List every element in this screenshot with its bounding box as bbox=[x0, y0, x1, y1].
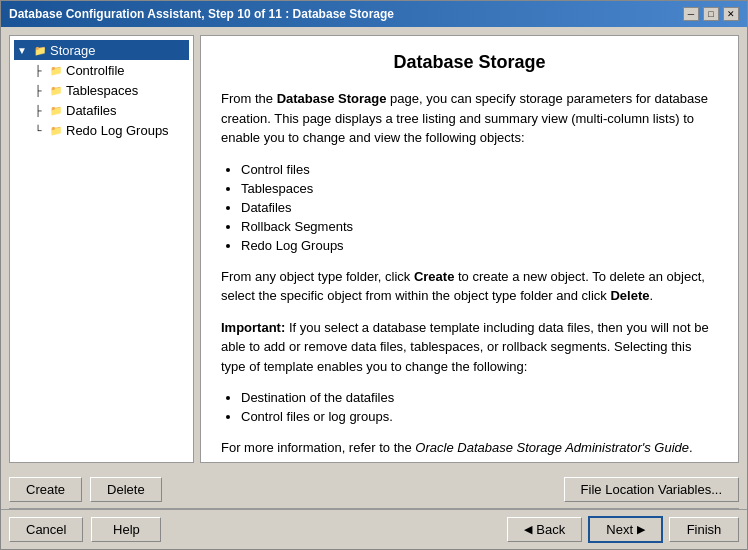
bullet-item: Tablespaces bbox=[241, 179, 718, 198]
action-bar: Create Delete File Location Variables... bbox=[1, 471, 747, 508]
bullet-item: Control files bbox=[241, 160, 718, 179]
bullet-list-1: Control files Tablespaces Datafiles Roll… bbox=[241, 160, 718, 255]
main-window: Database Configuration Assistant, Step 1… bbox=[0, 0, 748, 550]
back-arrow-icon: ◀ bbox=[524, 523, 532, 536]
tree-item-redo-log-groups[interactable]: └ 📁 Redo Log Groups bbox=[14, 120, 189, 140]
content-area: ▼ 📁 Storage ├ 📁 Controlfile ├ 📁 Tablespa… bbox=[1, 27, 747, 471]
file-location-variables-button[interactable]: File Location Variables... bbox=[564, 477, 739, 502]
minimize-button[interactable]: ─ bbox=[683, 7, 699, 21]
tree-line-icon: ├ bbox=[30, 62, 46, 78]
bullet-item-dest: Destination of the datafiles bbox=[241, 388, 718, 407]
folder-icon-tablespaces: 📁 bbox=[48, 82, 64, 98]
nav-bar: Cancel Help ◀ Back Next ▶ Finish bbox=[1, 509, 747, 549]
help-button[interactable]: Help bbox=[91, 517, 161, 542]
bullet-item: Redo Log Groups bbox=[241, 236, 718, 255]
tree-label-storage: Storage bbox=[50, 43, 96, 58]
right-panel: Database Storage From the Database Stora… bbox=[200, 35, 739, 463]
bullet-list-2: Destination of the datafiles Control fil… bbox=[241, 388, 718, 426]
folder-open-icon: 📁 bbox=[32, 42, 48, 58]
file-location-area: File Location Variables... bbox=[564, 477, 739, 502]
collapse-icon: ▼ bbox=[14, 42, 30, 58]
paragraph-1: From the Database Storage page, you can … bbox=[221, 89, 718, 148]
tree-line-icon3: ├ bbox=[30, 102, 46, 118]
paragraph-2: From any object type folder, click Creat… bbox=[221, 267, 718, 306]
next-arrow-icon: ▶ bbox=[637, 523, 645, 536]
window-title: Database Configuration Assistant, Step 1… bbox=[9, 7, 394, 21]
create-button[interactable]: Create bbox=[9, 477, 82, 502]
folder-icon-controlfile: 📁 bbox=[48, 62, 64, 78]
next-label: Next bbox=[606, 522, 633, 537]
back-label: Back bbox=[536, 522, 565, 537]
bullet-item: Datafiles bbox=[241, 198, 718, 217]
folder-icon-datafiles: 📁 bbox=[48, 102, 64, 118]
folder-icon-redo: 📁 bbox=[48, 122, 64, 138]
title-bar-buttons: ─ □ ✕ bbox=[683, 7, 739, 21]
next-button[interactable]: Next ▶ bbox=[588, 516, 663, 543]
tree-panel: ▼ 📁 Storage ├ 📁 Controlfile ├ 📁 Tablespa… bbox=[9, 35, 194, 463]
close-button[interactable]: ✕ bbox=[723, 7, 739, 21]
finish-button[interactable]: Finish bbox=[669, 517, 739, 542]
delete-button[interactable]: Delete bbox=[90, 477, 162, 502]
bullet-item-ctrl: Control files or log groups. bbox=[241, 407, 718, 426]
page-title: Database Storage bbox=[221, 52, 718, 73]
back-button[interactable]: ◀ Back bbox=[507, 517, 582, 542]
create-delete-buttons: Create Delete bbox=[9, 477, 162, 502]
title-bar: Database Configuration Assistant, Step 1… bbox=[1, 1, 747, 27]
nav-buttons: ◀ Back Next ▶ Finish bbox=[507, 516, 739, 543]
maximize-button[interactable]: □ bbox=[703, 7, 719, 21]
paragraph-4: For more information, refer to the Oracl… bbox=[221, 438, 718, 458]
tree-item-controlfile[interactable]: ├ 📁 Controlfile bbox=[14, 60, 189, 80]
tree-line-icon4: └ bbox=[30, 122, 46, 138]
paragraph-3: Important: If you select a database temp… bbox=[221, 318, 718, 377]
cancel-button[interactable]: Cancel bbox=[9, 517, 83, 542]
tree-label-controlfile: Controlfile bbox=[66, 63, 125, 78]
tree-item-datafiles[interactable]: ├ 📁 Datafiles bbox=[14, 100, 189, 120]
tree-line-icon2: ├ bbox=[30, 82, 46, 98]
tree-label-redo: Redo Log Groups bbox=[66, 123, 169, 138]
tree-label-datafiles: Datafiles bbox=[66, 103, 117, 118]
tree-label-tablespaces: Tablespaces bbox=[66, 83, 138, 98]
tree-item-tablespaces[interactable]: ├ 📁 Tablespaces bbox=[14, 80, 189, 100]
bullet-item: Rollback Segments bbox=[241, 217, 718, 236]
tree-item-storage[interactable]: ▼ 📁 Storage bbox=[14, 40, 189, 60]
